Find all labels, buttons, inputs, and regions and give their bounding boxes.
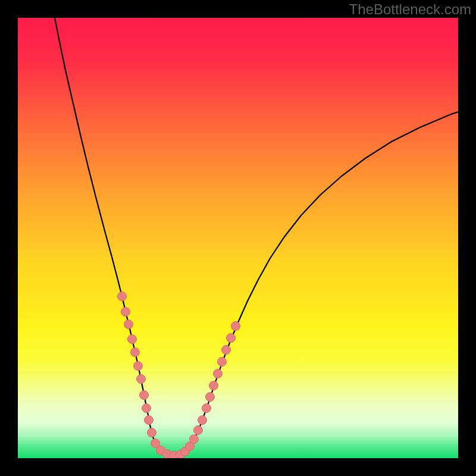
data-marker	[198, 416, 207, 425]
markers-right-group	[176, 322, 240, 459]
data-marker	[209, 381, 218, 390]
curves-layer	[18, 18, 458, 458]
data-marker	[218, 358, 227, 367]
right-curve	[176, 112, 458, 456]
data-marker	[140, 391, 149, 400]
data-marker	[118, 292, 127, 301]
data-marker	[134, 362, 143, 371]
left-curve	[55, 18, 176, 456]
data-marker	[206, 393, 215, 402]
data-marker	[121, 308, 130, 317]
data-marker	[131, 348, 140, 357]
data-marker	[190, 435, 199, 444]
data-marker	[194, 426, 203, 435]
data-marker	[128, 335, 137, 344]
plot-area	[18, 18, 458, 458]
data-marker	[231, 322, 240, 331]
data-marker	[145, 416, 154, 425]
chart-frame: TheBottleneck.com	[0, 0, 476, 476]
data-marker	[148, 428, 156, 437]
data-marker	[124, 320, 133, 329]
watermark-text: TheBottleneck.com	[349, 1, 471, 18]
data-marker	[142, 404, 151, 413]
data-marker	[227, 334, 236, 343]
data-marker	[202, 404, 211, 413]
data-marker	[214, 369, 223, 378]
data-marker	[222, 346, 231, 355]
data-marker	[137, 375, 146, 384]
